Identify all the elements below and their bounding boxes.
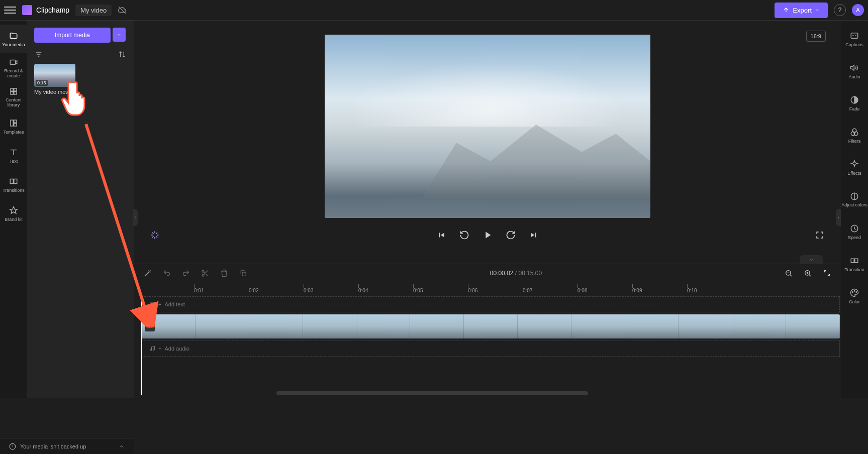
text-icon [9,147,19,157]
left-sidebar: Your media Record & create Content libra… [0,21,27,398]
split-button[interactable] [199,267,211,279]
svg-rect-6 [14,120,17,123]
delete-button[interactable] [218,267,230,279]
nav-captions[interactable]: Captions [841,25,868,53]
effects-icon [849,159,859,169]
nav-label: Fade [849,106,860,111]
ai-enhance-button[interactable] [149,229,161,241]
skip-start-button[interactable] [435,229,447,241]
ruler-mark-label: 0:09 [632,288,642,293]
add-text-track[interactable]: + Add text [142,296,840,312]
nav-transition[interactable]: Transition [841,250,868,278]
nav-content-library[interactable]: Content library [0,83,27,111]
redo-button[interactable] [180,267,192,279]
fullscreen-button[interactable] [814,229,826,241]
redo-icon [182,269,190,277]
nav-your-media[interactable]: Your media [0,25,27,53]
backup-status-bar[interactable]: Your media isn't backed up [0,438,134,454]
add-audio-label: Add audio [164,346,189,352]
nav-label: Speed [848,235,861,240]
replay-icon [459,230,469,240]
main-area: Your media Record & create Content libra… [0,21,868,398]
nav-fade[interactable]: Fade [841,89,868,117]
sparkle-icon [150,230,160,240]
zoom-in-button[interactable] [802,267,814,279]
nav-audio[interactable]: Audio [841,57,868,85]
ruler-mark-label: 0:05 [413,288,423,293]
collapse-right-panel-button[interactable]: › [836,209,841,226]
clip-audio-toggle[interactable] [145,321,155,331]
nav-filters[interactable]: Filters [841,121,868,149]
seek-forward-button[interactable] [505,229,517,241]
nav-templates[interactable]: Templates [0,112,27,140]
app-logo[interactable]: Clipchamp [22,5,69,15]
import-dropdown-button[interactable] [113,28,126,42]
media-item[interactable]: 0:15 My video.mov [34,64,127,95]
nav-color[interactable]: Color [841,282,868,310]
aspect-ratio-button[interactable]: 16:9 [806,31,826,42]
nav-transitions[interactable]: Transitions [0,170,27,198]
add-audio-track[interactable]: + Add audio [142,340,840,357]
collapse-left-panel-button[interactable]: ‹ [133,209,138,226]
zoom-in-icon [804,269,812,277]
wand-icon [144,269,152,277]
duplicate-button[interactable] [237,267,249,279]
nav-effects[interactable]: Effects [841,153,868,181]
plus-icon: + [158,301,161,307]
trash-icon [220,269,228,277]
export-button[interactable]: Export [775,3,828,18]
seek-back-button[interactable] [458,229,470,241]
nav-label: Adjust colors [841,203,867,208]
current-time: 00:00.02 [490,270,514,277]
nav-adjust-colors[interactable]: Adjust colors [841,185,868,213]
video-clip[interactable] [142,314,840,338]
plus-icon: + [158,346,161,352]
video-preview[interactable] [325,35,650,218]
help-button[interactable]: ? [834,4,846,16]
chevron-down-icon [808,257,814,263]
zoom-out-button[interactable] [783,267,795,279]
nav-label: Content library [0,98,27,108]
media-panel: Import media 0:15 My video.mov [27,21,134,398]
top-bar: Clipchamp My video Export ? A [0,0,868,21]
center-area: 16:9 [134,21,841,398]
ruler-mark-label: 0:10 [687,288,697,293]
import-media-button[interactable]: Import media [34,28,111,43]
undo-button[interactable] [161,267,173,279]
timeline-ruler[interactable]: 0:01 0:02 0:03 0:04 0:05 0:06 0:07 0:08 … [134,282,841,294]
nav-speed[interactable]: Speed [841,217,868,246]
sort-button[interactable] [118,50,127,59]
fit-zoom-button[interactable] [821,267,833,279]
nav-label: Effects [847,171,861,176]
copy-icon [239,269,247,277]
skip-end-button[interactable] [528,229,540,241]
menu-button[interactable] [4,4,16,16]
time-separator: / [515,270,519,277]
clip-frames [142,314,840,338]
preview-clouds [325,53,650,127]
backup-message: Your media isn't backed up [20,443,86,449]
user-avatar[interactable]: A [852,4,864,16]
play-icon [482,230,493,241]
nav-record-create[interactable]: Record & create [0,54,27,82]
nav-text[interactable]: Text [0,141,27,169]
media-thumbnail[interactable]: 0:15 [34,64,75,87]
ruler-mark-label: 0:08 [577,288,587,293]
filter-button[interactable] [34,50,43,59]
svg-rect-22 [851,259,854,263]
playhead[interactable] [141,294,142,395]
svg-rect-2 [14,88,17,91]
skip-previous-icon [437,231,446,240]
svg-rect-12 [242,272,246,276]
svg-rect-0 [10,60,16,64]
nav-brand-kit[interactable]: Brand kit [0,199,27,228]
nav-label: Brand kit [5,217,23,222]
svg-rect-4 [14,91,17,94]
auto-enhance-button[interactable] [142,267,154,279]
collapse-timeline-button[interactable] [800,255,823,264]
cloud-sync-off-icon[interactable] [118,6,127,15]
play-button[interactable] [481,229,494,241]
project-title-input[interactable]: My video [75,5,112,16]
timeline-scrollbar[interactable] [276,391,588,395]
media-duration: 0:15 [36,80,48,86]
